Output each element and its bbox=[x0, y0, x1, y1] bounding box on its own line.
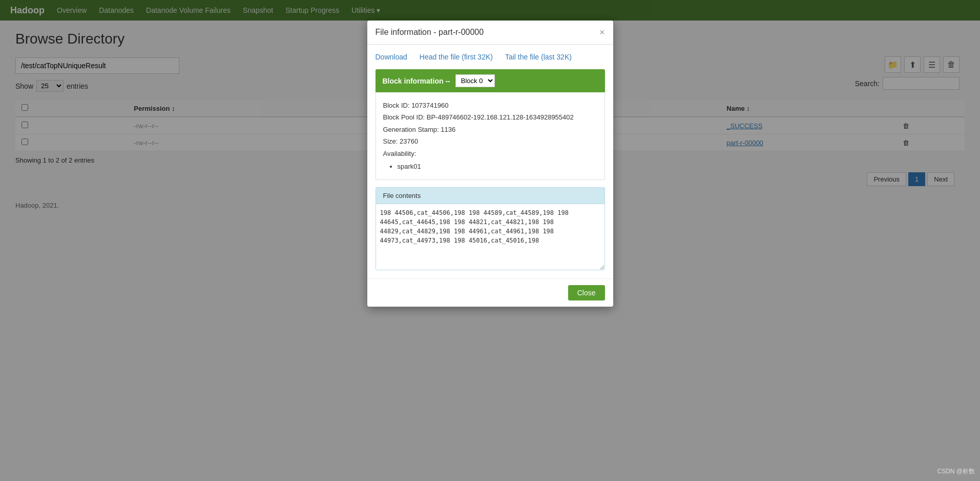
availability-node-0: spark01 bbox=[398, 161, 597, 172]
block-id-label: Block ID: bbox=[383, 102, 410, 109]
block-id-row: Block ID: 1073741960 bbox=[383, 99, 597, 111]
gen-stamp-value: 1136 bbox=[441, 126, 455, 133]
block-pool-value: BP-489746602-192.168.121.128-16349289554… bbox=[427, 113, 574, 121]
modal-body: Download Head the file (first 32K) Tail … bbox=[367, 45, 613, 278]
modal-footer: Close bbox=[367, 278, 613, 307]
block-info-label: Block information -- bbox=[383, 77, 450, 85]
availability-row: Availability: spark01 bbox=[383, 148, 597, 173]
modal-header: File information - part-r-00000 × bbox=[367, 21, 613, 45]
availability-list: spark01 bbox=[383, 161, 597, 172]
block-info-content: Block ID: 1073741960 Block Pool ID: BP-4… bbox=[376, 92, 605, 180]
modal-title: File information - part-r-00000 bbox=[376, 28, 484, 37]
gen-stamp-row: Generation Stamp: 1136 bbox=[383, 124, 597, 135]
size-label: Size: bbox=[383, 137, 398, 145]
availability-label: Availability: bbox=[383, 150, 416, 157]
tail-file-link[interactable]: Tail the file (last 32K) bbox=[505, 53, 572, 61]
size-row: Size: 23760 bbox=[383, 135, 597, 147]
download-link[interactable]: Download bbox=[376, 53, 407, 61]
block-pool-label: Block Pool ID: bbox=[383, 113, 425, 121]
block-info-panel: Block information -- Block 0 Block ID: 1… bbox=[376, 69, 605, 180]
file-info-modal: File information - part-r-00000 × Downlo… bbox=[367, 21, 613, 307]
block-id-value: 1073741960 bbox=[411, 102, 448, 109]
gen-stamp-label: Generation Stamp: bbox=[383, 126, 439, 133]
file-contents-header: File contents bbox=[376, 187, 605, 204]
modal-links-row: Download Head the file (first 32K) Tail … bbox=[376, 53, 605, 61]
block-pool-row: Block Pool ID: BP-489746602-192.168.121.… bbox=[383, 111, 597, 123]
file-contents-area[interactable]: 198 44506,cat_44506,198 198 44589,cat_44… bbox=[376, 204, 605, 270]
size-value: 23760 bbox=[400, 137, 418, 145]
modal-overlay: File information - part-r-00000 × Downlo… bbox=[0, 0, 980, 481]
block-info-header: Block information -- Block 0 bbox=[376, 69, 605, 92]
head-file-link[interactable]: Head the file (first 32K) bbox=[420, 53, 493, 61]
modal-close-button[interactable]: × bbox=[599, 28, 605, 37]
file-contents-panel: File contents 198 44506,cat_44506,198 19… bbox=[376, 187, 605, 270]
close-button[interactable]: Close bbox=[568, 285, 605, 300]
block-select[interactable]: Block 0 bbox=[455, 74, 495, 87]
watermark: CSDN @析数 bbox=[937, 467, 975, 476]
